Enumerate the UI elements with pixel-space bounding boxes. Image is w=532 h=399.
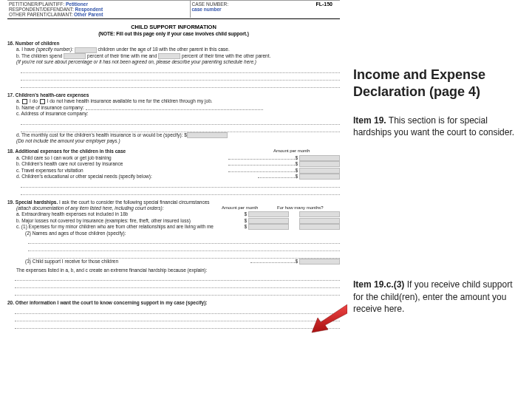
case-number-value: case number [192,7,339,12]
petitioner-label: PETITIONER/PLAINTIFF: [9,1,64,7]
arrow-icon [310,304,347,334]
i18d-lines [21,182,340,195]
i19-heading-pre: 19. Special hardships. [7,200,58,205]
i16a-pre: a. I have [16,47,35,52]
i19c1-months[interactable] [299,224,340,230]
respondent-value: Respondent [75,7,103,12]
divider [7,18,340,19]
i19a: a. Extraordinary health expenses not inc… [16,211,244,217]
i19b-amt[interactable] [248,218,289,224]
i19b-months[interactable] [299,218,340,224]
i19c2-lines [28,238,340,259]
i16b-fill2[interactable] [158,53,180,59]
i19c1: c. (1) Expenses for my minor children wh… [16,224,244,230]
i18c: c. Travel expenses for visitation [16,168,228,174]
i17c: c. Address of insurance company: [16,111,89,116]
i17a-post: have health insurance available to me fo… [64,98,213,103]
annotation-2-bold: Item 19.c.(3) [353,279,404,290]
i16b-note: (If you're not sure about percentage or … [16,59,340,65]
i16b-post: percent of their time with the other par… [182,53,270,58]
i17d-fill[interactable] [187,132,228,138]
item-18-heading: 18. Additional expenses for the children… [7,149,273,154]
i17b-line[interactable] [86,106,263,110]
respondent-label: RESPONDENT/DEFENDANT: [9,7,74,12]
parties-header: PETITIONER/PLAINTIFF: Petitioner RESPOND… [7,0,340,18]
i16a-fill[interactable] [75,47,97,53]
i20-lines [15,308,340,329]
i16-lines [21,67,340,88]
i19c2: (2) Names and ages of those children (sp… [25,231,340,236]
i18b: b. Children's health care not covered by… [16,161,228,167]
annotation-1: Item 19. This section is for special har… [353,115,519,138]
svg-marker-0 [312,304,347,332]
i18d: d. Children's educational or other speci… [16,174,258,180]
i16a-post: children under the age of 18 with the ot… [98,47,230,52]
slide-title: Income and Expense Declaration (page 4) [353,66,519,100]
annotation-panel: Income and Expense Declaration (page 4) … [347,0,525,322]
i19c3-amt[interactable] [299,259,340,265]
i18a: a. Child care so I can work or get job t… [16,155,228,161]
checkbox-ido[interactable] [22,99,27,104]
i17d-pre: d. The monthly cost for the children's h… [16,132,187,137]
section-title: CHILD SUPPORT INFORMATION [7,24,340,30]
item-18: 18. Additional expenses for the children… [7,149,340,194]
other-parent-label: OTHER PARENT/CLAIMANT: [9,12,72,17]
item-19: 19. Special hardships. I ask the court t… [7,200,340,296]
i18-col-amt: Amount per month [273,149,340,154]
i19-col-amt: Amount per month [222,205,277,211]
i19a-amt[interactable] [248,211,289,217]
i19-col-months: For how many months? [277,205,340,211]
i19c3: (3) Child support I receive for those ch… [25,259,250,265]
item-17-heading: 17. Children's health-care expenses [7,92,340,98]
other-parent-value: Other Parent [74,12,103,17]
i16b-fill1[interactable] [64,53,86,59]
i17a-do: I do [30,98,38,103]
i19c1-amt[interactable] [248,224,289,230]
annotation-2: Item 19.c.(3) If you receive child suppo… [353,279,519,315]
item-17: 17. Children's health-care expenses a. I… [7,92,340,145]
item-16: 16. Number of children a. I have (specif… [7,41,340,88]
section-note: (NOTE: Fill out this page only if your c… [7,31,340,36]
i20-heading: 20. Other information I want the court t… [7,300,340,306]
i17b: b. Name of insurance company: [16,105,84,110]
i16a-spec: (specify number): [36,47,73,52]
i16b-pre: b. The children spend [16,53,62,58]
i18d-fill[interactable] [299,174,340,180]
petitioner-value: Petitioner [66,1,88,7]
i18a-fill[interactable] [299,155,340,161]
i19-note: (attach documentation of any item listed… [16,205,222,211]
i19a-months[interactable] [299,211,340,217]
i19-footer: The expenses listed in a, b, and c creat… [16,267,340,273]
annotation-1-bold: Item 19. [353,115,386,126]
item-20: 20. Other information I want the court t… [7,300,340,328]
i19b: b. Major losses not covered by insurance… [16,218,244,224]
item-16-heading: 16. Number of children [7,41,340,47]
i19-footer-lines [15,275,340,296]
i18b-fill[interactable] [299,161,340,167]
checkbox-idont[interactable] [40,99,45,104]
i19-heading-post: I ask the court to consider the followin… [59,200,209,205]
i17c-lines [21,119,340,132]
form-code: FL-150 [316,1,332,7]
i16b-mid: percent of their time with me and [87,53,157,58]
form-panel: FL-150 PETITIONER/PLAINTIFF: Petitioner … [7,0,340,399]
i18c-fill[interactable] [299,168,340,174]
i17d-note: (Do not include the amount your employer… [16,138,340,144]
i17a-dont: I do not [47,98,64,103]
i17a-pre: a. [16,98,20,103]
